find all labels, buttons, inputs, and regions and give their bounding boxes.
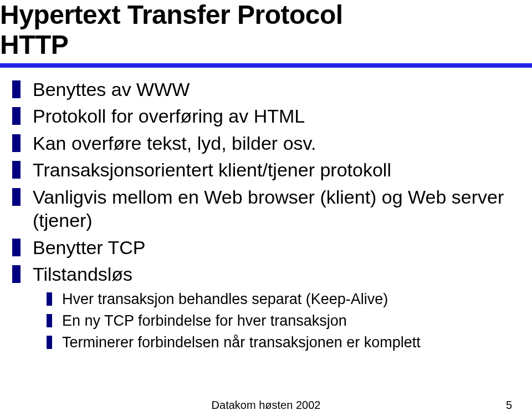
bullet-item: Vanligvis mellom en Web browser (klient)… (12, 185, 525, 232)
separator-rule (0, 63, 532, 68)
bullet-icon (12, 265, 21, 283)
title-line-2: HTTP (0, 30, 532, 60)
sub-bullet-text: En ny TCP forbindelse for hver transaksj… (62, 311, 347, 331)
bullet-item: Tilstandsløs (12, 262, 525, 286)
bullet-icon (12, 80, 21, 98)
bullet-item: Transaksjonsorientert klient/tjener prot… (12, 158, 525, 182)
bullet-text: Transaksjonsorientert klient/tjener prot… (33, 158, 391, 182)
bullet-text: Tilstandsløs (33, 262, 132, 286)
footer-center: Datakom høsten 2002 (0, 399, 532, 412)
bullet-icon (47, 292, 52, 306)
bullet-icon (12, 239, 21, 256)
bullet-icon (47, 314, 52, 327)
bullet-icon (12, 107, 21, 125)
sub-bullet-text: Terminerer forbindelsen når transaksjone… (62, 333, 421, 352)
bullet-icon (12, 188, 21, 206)
slide: Hypertext Transfer Protocol HTTP Benytte… (0, 0, 532, 415)
bullet-item: Benytter TCP (12, 236, 525, 260)
bullet-icon (47, 336, 52, 349)
bullet-text: Benyttes av WWW (33, 78, 190, 102)
sub-bullet-text: Hver transaksjon behandles separat (Keep… (62, 290, 388, 309)
bullet-text: Protokoll for overføring av HTML (33, 104, 305, 128)
page-number: 5 (506, 399, 512, 412)
sub-bullet-item: En ny TCP forbindelse for hver transaksj… (47, 311, 525, 331)
bullet-icon (12, 161, 21, 179)
title-block: Hypertext Transfer Protocol HTTP (0, 0, 532, 68)
bullet-item: Protokoll for overføring av HTML (12, 104, 525, 128)
bullet-text: Vanligvis mellom en Web browser (klient)… (33, 185, 525, 232)
bullet-icon (12, 134, 21, 152)
bullet-text: Kan overføre tekst, lyd, bilder osv. (33, 131, 316, 155)
bullet-item: Kan overføre tekst, lyd, bilder osv. (12, 131, 525, 155)
bullet-item: Benyttes av WWW (12, 78, 525, 102)
bullet-text: Benytter TCP (33, 236, 145, 260)
sub-bullet-list: Hver transaksjon behandles separat (Keep… (12, 290, 525, 352)
content-area: Benyttes av WWW Protokoll for overføring… (0, 68, 532, 352)
sub-bullet-item: Terminerer forbindelsen når transaksjone… (47, 333, 525, 352)
title-line-1: Hypertext Transfer Protocol (0, 0, 532, 30)
sub-bullet-item: Hver transaksjon behandles separat (Keep… (47, 290, 525, 309)
